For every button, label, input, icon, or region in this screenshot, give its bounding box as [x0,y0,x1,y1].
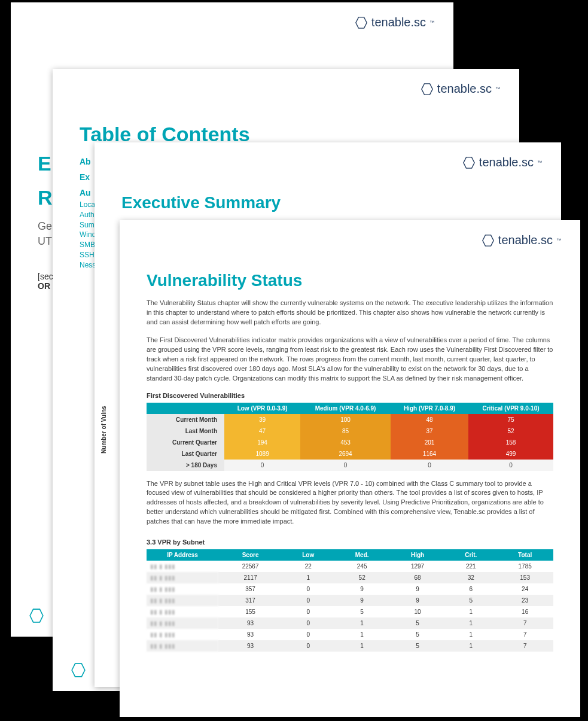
exec-summary-title: Executive Summary [121,193,534,212]
fdv-row: > 180 Days0000 [147,460,553,471]
fdv-header-cell: Medium (VPR 4.0-6.9) [300,403,391,414]
fdv-cell: 0 [391,460,468,471]
subnet-ip-cell: ▮▮ ▮ ▮▮▮ [147,629,218,640]
fdv-cell: 0 [468,460,553,471]
vuln-intro-2: The First Discovered Vulnerabilities ind… [147,336,553,384]
subnet-total-cell: 1785 [496,561,553,572]
subnet-score-cell: 155 [218,606,282,617]
subnet-cell: 1 [445,617,496,629]
fdv-row: Last Month47853752 [147,425,553,437]
subnet-cell: 0 [282,583,334,595]
fdv-cell: 1089 [224,448,300,460]
fdv-cell: 499 [468,448,553,460]
subnet-score-cell: 22567 [218,561,282,572]
subnet-cell: 10 [390,606,445,617]
svg-marker-3 [72,664,85,677]
footer-hexagon-icon [29,608,44,626]
brand-logo: tenable.sc ™ [421,82,500,96]
trademark: ™ [429,20,434,25]
subnet-row: ▮▮ ▮ ▮▮▮9301517 [147,617,553,629]
trademark: ™ [556,238,561,243]
subnet-score-cell: 93 [218,617,282,629]
trademark: ™ [495,86,500,92]
brand-name: tenable.sc [479,156,534,169]
fdv-row-label: Last Quarter [147,448,224,460]
subnet-total-cell: 23 [496,595,553,606]
subnet-cell: 1 [445,606,496,617]
subnet-cell: 0 [282,629,334,640]
subnet-row: ▮▮ ▮ ▮▮▮317099523 [147,595,553,606]
subnet-header-cell: Med. [334,549,390,561]
subnet-cell: 6 [445,583,496,595]
subnet-ip-cell: ▮▮ ▮ ▮▮▮ [147,561,218,572]
fdv-row-label: Current Month [147,414,224,425]
fdv-cell: 0 [300,460,391,471]
subnet-cell: 68 [390,572,445,583]
page1-or: OR [38,281,50,291]
subnet-cell: 5 [334,606,390,617]
subnet-cell: 0 [282,640,334,652]
subnet-cell: 22 [282,561,334,572]
svg-marker-2 [422,83,432,94]
subnet-total-cell: 153 [496,572,553,583]
fdv-header-cell: Critical (VPR 9.0-10) [468,403,553,414]
brand-logo: tenable.sc ™ [462,156,542,169]
subnet-score-cell: 93 [218,629,282,640]
subnet-cell: 1 [334,617,390,629]
subnet-cell: 1 [445,629,496,640]
fdv-row: Current Quarter194453201158 [147,437,553,448]
fdv-cell: 47 [224,425,300,437]
chart-y-axis-label: Number of Vulns [100,406,107,454]
subnet-cell: 9 [390,595,445,606]
subnet-cell: 1297 [390,561,445,572]
subnet-header-cell: Crit. [445,549,496,561]
svg-marker-0 [356,17,367,28]
fdv-cell: 39 [224,414,300,425]
subnet-total-cell: 7 [496,629,553,640]
hexagon-icon [482,234,495,247]
subnet-header-cell: Total [496,549,553,561]
fdv-cell: 453 [300,437,391,448]
subnet-cell: 5 [390,629,445,640]
subnet-cell: 1 [334,629,390,640]
svg-marker-1 [30,609,43,622]
subnet-total-cell: 24 [496,583,553,595]
report-page-4: tenable.sc ™ Vulnerability Status The Vu… [120,220,580,717]
subnet-cell: 221 [445,561,496,572]
fdv-cell: 0 [224,460,300,471]
subnet-row: ▮▮ ▮ ▮▮▮357099624 [147,583,553,595]
hexagon-icon [421,83,434,96]
fdv-row-label: > 180 Days [147,460,224,471]
fdv-cell: 52 [468,425,553,437]
subnet-total-cell: 7 [496,617,553,629]
subnet-title: 3.3 VPR by Subnet [147,539,553,546]
fdv-cell: 75 [468,414,553,425]
subnet-cell: 5 [445,595,496,606]
subnet-cell: 1 [445,640,496,652]
brand-name: tenable.sc [498,233,553,247]
fdv-row-label: Current Quarter [147,437,224,448]
trademark: ™ [537,160,542,165]
subnet-cell: 0 [282,617,334,629]
svg-marker-4 [464,157,474,168]
fdv-table: Low (VPR 0.0-3.9)Medium (VPR 4.0-6.9)Hig… [147,403,553,471]
brand-logo: tenable.sc ™ [355,16,434,29]
subnet-row: ▮▮ ▮ ▮▮▮1550510116 [147,606,553,617]
subnet-cell: 1 [282,572,334,583]
brand-name: tenable.sc [437,82,492,96]
vuln-intro-1: The Vulnerability Status chapter will sh… [147,299,553,327]
fdv-cell: 158 [468,437,553,448]
fdv-header-cell [147,403,224,414]
page1-bracket-text: [sec [38,272,53,281]
subnet-header-cell: High [390,549,445,561]
brand-name: tenable.sc [371,16,426,29]
brand-logo: tenable.sc ™ [482,233,561,247]
subnet-total-cell: 16 [496,606,553,617]
subnet-cell: 245 [334,561,390,572]
subnet-ip-cell: ▮▮ ▮ ▮▮▮ [147,640,218,652]
fdv-header-cell: High (VPR 7.0-8.9) [391,403,468,414]
hexagon-icon [355,16,368,29]
subnet-cell: 0 [282,595,334,606]
fdv-title: First Discovered Vulnerabilities [147,392,553,399]
subnet-cell: 1 [334,640,390,652]
